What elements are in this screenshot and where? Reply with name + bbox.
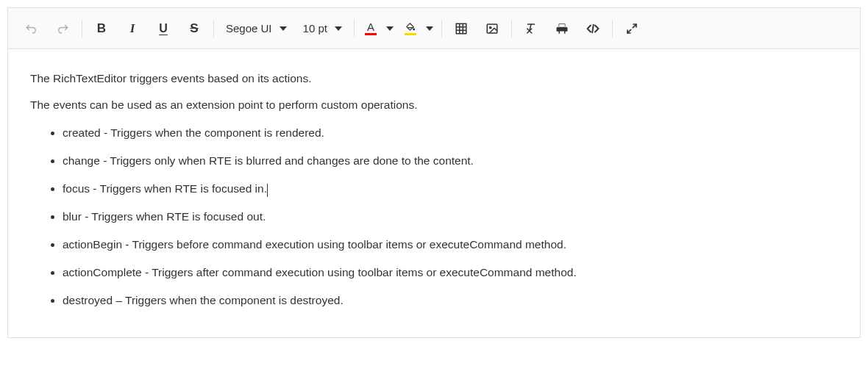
editor-content[interactable]: The RichTextEditor triggers events based…: [8, 49, 860, 337]
font-name-dropdown[interactable]: Segoe UI: [218, 14, 294, 43]
chevron-down-icon: [335, 26, 342, 31]
redo-icon: [56, 22, 69, 35]
underline-button[interactable]: U: [149, 14, 178, 43]
rich-text-editor: B I U S Segoe UI 10 pt A: [7, 7, 861, 338]
insert-image-button[interactable]: [477, 14, 507, 43]
list-item: actionComplete - Triggers after command …: [63, 264, 838, 281]
undo-button[interactable]: [17, 14, 46, 43]
insert-table-button[interactable]: [447, 14, 476, 43]
list-item: actionBegin - Triggers before command ex…: [63, 236, 838, 253]
font-name-label: Segoe UI: [226, 22, 272, 35]
toolbar-separator: [441, 20, 442, 37]
redo-button[interactable]: [48, 14, 77, 43]
list-item: focus - Triggers when RTE is focused in.: [63, 180, 838, 198]
svg-point-0: [413, 29, 415, 30]
underline-icon: U: [159, 22, 168, 35]
list-item: destroyed – Triggers when the component …: [63, 292, 838, 309]
bold-icon: B: [97, 21, 106, 36]
print-button[interactable]: [547, 14, 577, 43]
chevron-down-icon: [386, 26, 394, 31]
italic-button[interactable]: I: [118, 14, 147, 43]
svg-line-12: [592, 24, 594, 32]
background-color-picker[interactable]: [399, 14, 437, 43]
list-item: created - Triggers when the component is…: [63, 124, 838, 142]
svg-rect-1: [456, 24, 466, 34]
chevron-down-icon: [426, 26, 433, 31]
paragraph: The RichTextEditor triggers events based…: [30, 70, 838, 87]
table-icon: [455, 22, 468, 35]
paragraph: The events can be used as an extension p…: [30, 96, 838, 114]
svg-point-7: [490, 26, 491, 28]
font-size-dropdown[interactable]: 10 pt: [296, 14, 349, 43]
print-icon: [555, 22, 569, 35]
italic-icon: I: [130, 21, 135, 36]
clear-format-button[interactable]: [516, 14, 546, 43]
strikethrough-icon: S: [190, 21, 198, 36]
toolbar-separator: [213, 20, 214, 37]
font-size-label: 10 pt: [303, 22, 327, 35]
list-item: change - Triggers only when RTE is blurr…: [63, 152, 838, 170]
list-item: blur - Triggers when RTE is focused out.: [63, 208, 838, 226]
strikethrough-button[interactable]: S: [179, 14, 209, 43]
image-icon: [485, 22, 499, 35]
clear-format-icon: [524, 22, 538, 35]
font-color-picker[interactable]: A: [359, 14, 397, 43]
chevron-down-icon: [280, 26, 287, 31]
background-color-dropdown[interactable]: [422, 14, 437, 43]
event-list: created - Triggers when the component is…: [30, 124, 838, 309]
toolbar-separator: [511, 20, 512, 37]
toolbar-separator: [612, 20, 613, 37]
toolbar: B I U S Segoe UI 10 pt A: [8, 8, 860, 49]
svg-rect-10: [560, 31, 564, 33]
code-icon: [586, 22, 600, 35]
paint-bucket-icon: [405, 22, 416, 32]
toolbar-separator: [82, 20, 82, 37]
source-code-button[interactable]: [578, 14, 608, 43]
fullscreen-button[interactable]: [617, 14, 647, 43]
font-color-icon: A: [367, 21, 374, 32]
undo-icon: [25, 22, 38, 35]
svg-rect-11: [559, 24, 565, 26]
toolbar-separator: [354, 20, 355, 37]
fullscreen-icon: [626, 23, 638, 35]
font-color-dropdown[interactable]: [383, 14, 397, 43]
bold-button[interactable]: B: [87, 14, 116, 43]
